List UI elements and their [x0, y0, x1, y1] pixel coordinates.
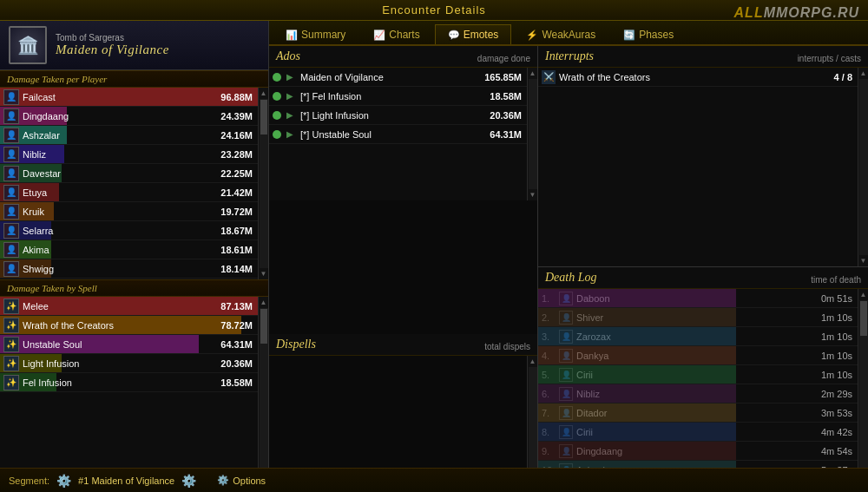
- spell-bar-item[interactable]: ✨Unstable Soul64.31M: [0, 335, 268, 354]
- spell-value: 18.58M: [220, 377, 253, 388]
- ados-item[interactable]: ▶[*] Fel Infusion18.58M: [269, 87, 537, 106]
- player-value: 96.88M: [220, 92, 253, 102]
- scroll-track: [260, 99, 268, 268]
- player-icon: 👤: [3, 204, 19, 220]
- scroll-down-icon[interactable]: ▼: [259, 268, 268, 279]
- dispells-title: Dispells: [276, 338, 316, 351]
- tab-weakauras[interactable]: ⚡ WeakAuras: [513, 24, 608, 44]
- death-time: 1m 10s: [821, 370, 852, 380]
- spell-icon: ✨: [3, 356, 19, 371]
- tab-emotes[interactable]: 💬 Emotes: [435, 24, 512, 44]
- player-bar-item[interactable]: 👤Selarra18.67M: [0, 221, 268, 240]
- interrupts-section: Interrupts interrupts / casts ⚔️Wrath of…: [538, 46, 868, 267]
- player-name: Davestar: [23, 168, 220, 179]
- spell-value: 20.36M: [220, 358, 253, 369]
- ados-item[interactable]: ▶[*] Light Infusion20.36M: [269, 106, 537, 125]
- spell-name: Unstable Soul: [23, 339, 220, 350]
- death-time: 4m 54s: [821, 446, 852, 456]
- scroll-up-icon[interactable]: ▲: [259, 88, 268, 99]
- right-panel: Interrupts interrupts / casts ⚔️Wrath of…: [538, 46, 868, 489]
- death-log-item[interactable]: 5.👤Cirii1m 10s: [538, 365, 868, 384]
- spell-scrollbar[interactable]: ▲ ▼: [258, 297, 268, 489]
- options-button[interactable]: ⚙️ Options: [217, 475, 266, 486]
- player-name: Ashzalar: [23, 130, 220, 141]
- spell-value: 78.72M: [220, 320, 253, 331]
- interrupt-value: 4 / 8: [834, 72, 852, 82]
- death-log-item[interactable]: 7.👤Ditador3m 53s: [538, 403, 868, 423]
- player-bar-item[interactable]: 👤Shwigg18.14M: [0, 259, 268, 279]
- interrupts-scrollbar[interactable]: ▲ ▼: [858, 68, 868, 266]
- boss-header: 🏛️ Tomb of Sargeras Maiden of Vigilance: [0, 21, 268, 70]
- spell-icon: ✨: [3, 318, 19, 333]
- spell-bar-item[interactable]: ✨Wrath of the Creators78.72M: [0, 316, 268, 335]
- player-icon: 👤: [3, 261, 19, 277]
- spell-bar-item[interactable]: ✨Light Infusion20.36M: [0, 354, 268, 373]
- dispells-scroll-up[interactable]: ▲: [528, 356, 538, 367]
- summary-tab-icon: 📊: [286, 30, 298, 41]
- death-log-item[interactable]: 3.👤Zarozax1m 10s: [538, 327, 868, 346]
- spell-name: Fel Infusion: [23, 377, 220, 388]
- player-bar-item[interactable]: 👤Akima18.61M: [0, 240, 268, 259]
- player-bar-item[interactable]: 👤Nibliz23.28M: [0, 145, 268, 164]
- death-log-header: Death Log time of death: [538, 267, 868, 289]
- death-scroll-track: [859, 300, 868, 477]
- death-log-item[interactable]: 8.👤Cirii4m 42s: [538, 423, 868, 442]
- player-value: 18.14M: [220, 264, 253, 274]
- spell-bar-item[interactable]: ✨Melee87.13M: [0, 297, 268, 316]
- segment-value: #1 Maiden of Vigilance: [78, 476, 174, 486]
- death-log-item[interactable]: 9.👤Dingdaang4m 54s: [538, 442, 868, 461]
- ados-indicator: [273, 92, 281, 101]
- segment-icon: ⚙️: [56, 474, 71, 488]
- damage-per-player-list: 👤Failcast96.88M👤Dingdaang24.39M👤Ashzalar…: [0, 88, 268, 279]
- death-log-item[interactable]: 2.👤Shiver1m 10s: [538, 308, 868, 327]
- player-icon: 👤: [3, 223, 19, 239]
- ados-scroll-up[interactable]: ▲: [528, 68, 537, 79]
- ados-entry-value: 165.85M: [484, 72, 522, 82]
- int-scroll-up[interactable]: ▲: [858, 68, 868, 79]
- tab-charts[interactable]: 📈 Charts: [360, 24, 432, 44]
- ados-item[interactable]: ▶Maiden of Vigilance165.85M: [269, 68, 537, 87]
- death-time: 3m 53s: [821, 408, 852, 418]
- emotes-tab-icon: 💬: [448, 30, 460, 41]
- ados-scroll-down[interactable]: ▼: [528, 189, 537, 200]
- death-log-item[interactable]: 6.👤Nibliz2m 29s: [538, 384, 868, 403]
- ados-item[interactable]: ▶[*] Unstable Soul64.31M: [269, 125, 537, 144]
- player-value: 19.72M: [220, 207, 253, 217]
- player-bar-item[interactable]: 👤Failcast96.88M: [0, 88, 268, 107]
- death-scrollbar[interactable]: ▲ ▼: [858, 289, 868, 489]
- player-bar-item[interactable]: 👤Dingdaang24.39M: [0, 107, 268, 126]
- damage-per-player-header: Damage Taken per Player: [0, 70, 268, 88]
- spell-bar-item[interactable]: ✨Fel Infusion18.58M: [0, 373, 268, 392]
- player-scrollbar[interactable]: ▲ ▼: [258, 88, 268, 279]
- spell-name: Wrath of the Creators: [23, 320, 220, 331]
- player-bar-item[interactable]: 👤Etuya21.42M: [0, 183, 268, 202]
- interrupt-item[interactable]: ⚔️Wrath of the Creators4 / 8: [538, 68, 868, 87]
- death-scroll-up[interactable]: ▲: [858, 289, 868, 300]
- damage-by-spell-list: ✨Melee87.13M✨Wrath of the Creators78.72M…: [0, 297, 268, 489]
- death-log-title: Death Log: [545, 271, 597, 285]
- player-bar-item[interactable]: 👤Davestar22.25M: [0, 164, 268, 183]
- tab-phases[interactable]: 🔄 Phases: [610, 24, 687, 44]
- player-name: Nibliz: [23, 149, 220, 160]
- player-value: 21.42M: [220, 187, 253, 198]
- death-log-item[interactable]: 4.👤Dankya1m 10s: [538, 346, 868, 365]
- spell-scroll-up-icon[interactable]: ▲: [259, 297, 268, 308]
- interrupts-title: Interrupts: [545, 49, 594, 63]
- player-name: Failcast: [23, 92, 220, 102]
- tab-summary[interactable]: 📊 Summary: [273, 24, 358, 44]
- player-bar-item[interactable]: 👤Kruik19.72M: [0, 202, 268, 221]
- right-content: 📊 Summary 📈 Charts 💬 Emotes ⚡ WeakAuras …: [269, 21, 868, 489]
- player-name: Etuya: [23, 187, 220, 198]
- ados-entry-name: [*] Light Infusion: [300, 110, 490, 121]
- left-panel: 🏛️ Tomb of Sargeras Maiden of Vigilance …: [0, 21, 269, 489]
- player-bar-item[interactable]: 👤Ashzalar24.16M: [0, 126, 268, 145]
- tab-weakauras-label: WeakAuras: [542, 29, 595, 41]
- ados-indicator: [273, 130, 281, 139]
- death-log-item[interactable]: 1.👤Daboon0m 51s: [538, 289, 868, 308]
- death-log-section: Death Log time of death 1.👤Daboon0m 51s2…: [538, 267, 868, 489]
- int-scroll-down[interactable]: ▼: [858, 255, 868, 266]
- status-bar: Segment: ⚙️ #1 Maiden of Vigilance ⚙️ ⚙️…: [0, 468, 868, 492]
- ados-entry-value: 64.31M: [490, 129, 522, 140]
- spell-icon: ✨: [3, 375, 19, 390]
- ados-scrollbar[interactable]: ▲ ▼: [527, 68, 537, 200]
